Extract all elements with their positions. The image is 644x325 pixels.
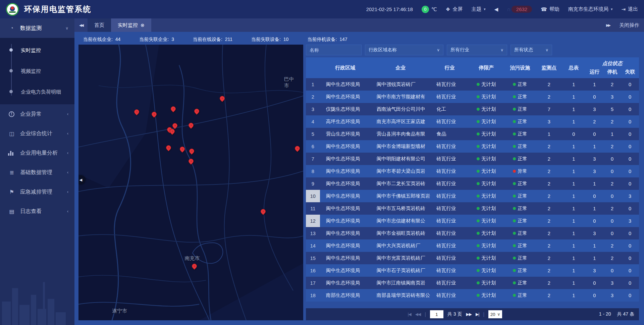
sound-toggle[interactable]: ◀ (494, 6, 498, 12)
table-row[interactable]: 8阆中生态环境局阆中市枣碧大梁山页岩砖瓦行业无计划异常21300 (306, 165, 639, 177)
page-first-icon[interactable]: |◀ (408, 312, 411, 317)
table-row[interactable]: 14阆中生态环境局阆中大兴页岩机砖厂砖瓦行业无计划正常21120 (306, 239, 639, 252)
industry-filter-select[interactable]: 所有行业 ∨ (447, 45, 507, 55)
chart-icon (8, 151, 15, 156)
cell-limit-status: 无计划 (469, 128, 504, 140)
cell-running: 0 (586, 190, 603, 202)
cell-limit-status: 无计划 (469, 215, 504, 227)
app-window: 环保用电监管系统 2021-02-25 17:46:18 0 ℃ ❖ 全屏 主题… (0, 0, 644, 325)
name-filter-input[interactable] (310, 47, 358, 53)
map-panel[interactable]: 巴中市南充市遂宁市 ◀ (78, 45, 303, 320)
table-row[interactable]: 9阆中生态环境局阆中市二龙长宝页岩砖砖瓦行业无计划正常21120 (306, 177, 639, 190)
cell-points: 2 (536, 277, 561, 289)
tab-首页[interactable]: 首页 (88, 18, 111, 32)
cell-meters: 1 (562, 177, 586, 190)
cell-running: 1 (586, 252, 603, 264)
cell-stopped: 2 (603, 239, 621, 252)
cell-industry: 砖瓦行业 (430, 264, 469, 277)
cell-facility-status: 正常 (504, 190, 536, 202)
col-meters: 总表 (562, 57, 586, 78)
sidebar-item-realtime-monitor[interactable]: 实时监控 (0, 40, 74, 61)
fullscreen-button[interactable]: ❖ 全屏 (446, 6, 463, 12)
status-dot (513, 108, 516, 111)
cell-region: 阆中生态环境局 (320, 227, 371, 239)
page-size-select[interactable]: 20 ∨ (488, 310, 502, 318)
help-button[interactable]: ☎ 帮助 (541, 6, 559, 12)
cell-offline: 0 (621, 91, 639, 103)
table-row[interactable]: 5营山生态环境局营山县润丰肉食品有限食品无计划正常10010 (306, 128, 639, 140)
table-row[interactable]: 10阆中生态环境局阆中市千佛镇五郎垭页岩砖瓦行业无计划正常21003 (306, 190, 639, 202)
status-dot (477, 120, 480, 123)
sidebar-item-company-statistics[interactable]: ◫企业综合统计‹ (0, 124, 74, 143)
sidebar-item-label: 企业异常 (20, 111, 42, 118)
cell-facility-status: 正常 (504, 227, 536, 239)
table-row[interactable]: 18南部生态环境局南部县瑞华页岩砖有限公砖瓦行业无计划正常21030 (306, 289, 639, 302)
table-row[interactable]: 3仪陇生态环境局西南油气田分公司川中化工无计划正常71350 (306, 103, 639, 115)
table-row[interactable]: 13阆中生态环境局阆中市金福旺页岩机砖砖瓦行业无计划正常21300 (306, 227, 639, 239)
status-dot (477, 95, 480, 98)
tabs-scroll-left-icon[interactable]: ◀◀ (79, 23, 83, 28)
close-operations-button[interactable]: 关闭操作 (619, 22, 639, 29)
close-icon[interactable]: ⊗ (141, 22, 145, 28)
cell-running: 0 (586, 91, 603, 103)
tab-实时监控[interactable]: 实时监控⊗ (111, 18, 151, 32)
table-row[interactable]: 12阆中生态环境局阆中市忠信建材有限公砖瓦行业无计划正常21003 (306, 215, 639, 227)
cell-stopped: 5 (603, 103, 621, 115)
sidebar-item-company-abnormal[interactable]: !企业异常‹ (0, 104, 74, 124)
sidebar-item-label: 基础数据管理 (20, 169, 52, 176)
sidebar-item-emergency-reduction[interactable]: ⚑应急减排管理‹ (0, 182, 74, 202)
page-last-icon[interactable]: ▶| (476, 312, 479, 317)
status-dot (477, 232, 480, 235)
tab-label: 首页 (94, 22, 104, 29)
total-pages-label: 共 3 页 (447, 311, 462, 317)
region-filter-select[interactable]: 行政区域名称 ∨ (365, 45, 443, 55)
table-row[interactable]: 2阆中生态环境局阆中市南方节能建材有砖瓦行业无计划正常21030 (306, 91, 639, 103)
sidebar-item-log-view[interactable]: ▤日志查看‹ (0, 202, 74, 221)
theme-menu[interactable]: 主题 ▾ (471, 6, 486, 12)
sidebar-item-data-monitoring[interactable]: ◔数据监测∨ (0, 18, 74, 38)
cell-stopped: 0 (603, 215, 621, 227)
status-dot (513, 95, 516, 98)
cell-limit-status: 无计划 (469, 140, 504, 153)
page-next-icon[interactable]: ▶▶ (466, 312, 472, 317)
table-row[interactable]: 11阆中生态环境局阆中市五马桥页岩机砖砖瓦行业无计划正常21120 (306, 202, 639, 215)
cell-region: 高坪生态环境局 (320, 115, 371, 128)
table-row[interactable]: 1阆中生态环境局阆中强锐页岩砖厂砖瓦行业无计划正常21120 (306, 78, 639, 91)
cell-row-number: 18 (306, 289, 320, 302)
app-title: 环保用电监管系统 (24, 4, 91, 14)
chevron-left-icon: ‹ (67, 209, 68, 214)
cell-offline: 0 (621, 202, 639, 215)
sidebar-item-power-analysis[interactable]: 企业用电量分析‹ (0, 143, 74, 163)
table-row[interactable]: 15阆中生态环境局阆中市光富页岩机砖厂砖瓦行业无计划正常21120 (306, 252, 639, 264)
status-dot (477, 269, 480, 272)
table-row[interactable]: 4高坪生态环境局南充市高坪区王家店建砖瓦行业无计划正常31220 (306, 115, 639, 128)
sidebar-item-power-load-detail[interactable]: 企业电力负荷明细 (0, 82, 74, 102)
name-filter[interactable] (306, 45, 362, 55)
table-row[interactable]: 7阆中生态环境局阆中明阳建材有限公司砖瓦行业无计划正常21300 (306, 153, 639, 165)
log-icon: ▤ (8, 208, 15, 215)
tabs-scroll-right-icon[interactable]: ▶▶ (606, 23, 610, 28)
cell-facility-status: 正常 (504, 103, 536, 115)
range-label: 1 - 20 (599, 311, 611, 317)
table-row[interactable]: 16阆中生态环境局阆中市石子页岩机砖厂砖瓦行业无计划正常21300 (306, 264, 639, 277)
logout-button[interactable]: ⇥ 退出 (621, 6, 638, 12)
sidebar-item-video-monitor[interactable]: 视频监控 (0, 61, 74, 82)
status-filter-select[interactable]: 所有状态 ∨ (511, 45, 552, 55)
page-number-input[interactable] (430, 310, 443, 318)
page-prev-icon[interactable]: ◀◀ (415, 312, 421, 317)
collapse-left-icon: ◀ (79, 178, 82, 182)
org-menu[interactable]: 南充市生态环境局 ▾ (568, 6, 613, 12)
table-row[interactable]: 17阆中生态环境局阆中市江南镇阆南页岩砖瓦行业无计划正常21030 (306, 277, 639, 289)
sidebar-item-base-data[interactable]: ≣基础数据管理‹ (0, 163, 74, 182)
cell-row-number: 13 (306, 227, 320, 239)
cell-stopped: 2 (603, 140, 621, 153)
cell-limit-status: 无计划 (469, 239, 504, 252)
cell-region: 阆中生态环境局 (320, 264, 371, 277)
cell-facility-status: 正常 (504, 239, 536, 252)
table-row[interactable]: 6阆中生态环境局阆中市金博瑞新型墙材砖瓦行业无计划正常21120 (306, 140, 639, 153)
cell-row-number: 17 (306, 277, 320, 289)
sidebar: ◔数据监测∨实时监控视频监控企业电力负荷明细!企业异常‹◫企业综合统计‹企业用电… (0, 18, 74, 325)
cell-running: 3 (586, 153, 603, 165)
status-dot (477, 195, 480, 198)
notifications-button[interactable]: ∩ 2632 (507, 6, 532, 13)
